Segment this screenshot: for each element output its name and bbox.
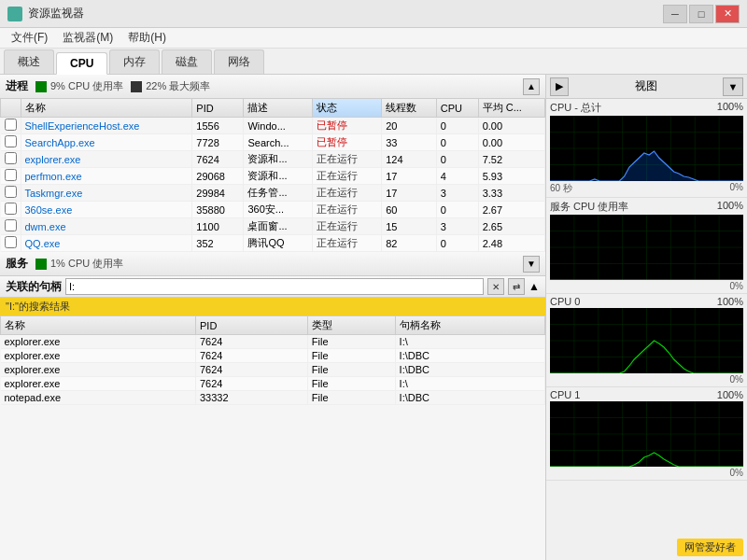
- menu-monitor[interactable]: 监视器(M): [55, 28, 120, 48]
- row-checkbox[interactable]: [1, 151, 21, 168]
- row-threads: 60: [382, 202, 437, 218]
- chart-footer-2: 0%: [550, 374, 743, 385]
- row-threads: 17: [382, 168, 437, 185]
- handle-row-name: notepad.exe: [1, 391, 196, 405]
- row-checkbox[interactable]: [1, 235, 21, 252]
- col-checkbox: [1, 99, 21, 118]
- handles-col-pid[interactable]: PID: [195, 316, 307, 335]
- handles-search-refresh[interactable]: ⇄: [508, 278, 525, 295]
- col-status[interactable]: 状态: [313, 99, 382, 118]
- services-expand-button[interactable]: ▼: [523, 256, 540, 273]
- table-row[interactable]: explorer.exe 7624 File I:\: [1, 335, 545, 349]
- row-avg: 3.33: [478, 185, 544, 202]
- row-cpu: 0: [436, 134, 478, 151]
- tab-overview[interactable]: 概述: [4, 49, 54, 74]
- cpu-usage-badge: 9% CPU 使用率: [35, 79, 123, 93]
- chart-percent-1: 100%: [717, 200, 743, 214]
- menu-file[interactable]: 文件(F): [4, 28, 55, 48]
- handle-row-handle: I:\DBC: [395, 363, 544, 377]
- chart-section: CPU - 总计 100% 60 秒 0% 服务 CPU 使用率 100%: [546, 99, 747, 560]
- handle-row-type: File: [307, 363, 395, 377]
- row-cpu: 3: [436, 218, 478, 235]
- minimize-button[interactable]: ─: [663, 5, 687, 23]
- col-avg-cpu[interactable]: 平均 C...: [478, 99, 544, 118]
- row-checkbox[interactable]: [1, 118, 21, 134]
- search-result-header: "I:"的搜索结果: [0, 298, 545, 316]
- chart-bottom-right-0: 0%: [730, 182, 743, 195]
- chart-footer-3: 0%: [550, 468, 743, 478]
- main-area: 进程 9% CPU 使用率 22% 最大频率 ▲ 名称: [0, 75, 747, 560]
- table-row[interactable]: explorer.exe 7624 File I:\DBC: [1, 363, 545, 377]
- services-section-header: 服务 1% CPU 使用率 ▼: [0, 252, 545, 276]
- window-icon: [7, 7, 22, 21]
- menu-help[interactable]: 帮助(H): [120, 28, 174, 48]
- col-desc[interactable]: 描述: [244, 99, 313, 118]
- table-row[interactable]: perfmon.exe 29068 资源和... 正在运行 17 4 5.93: [1, 168, 545, 185]
- services-cpu-text: 1% CPU 使用率: [50, 257, 123, 271]
- handles-col-name[interactable]: 名称: [1, 316, 196, 335]
- chart-bottom-left-0: 60 秒: [550, 182, 572, 195]
- chart-canvas-1: [550, 215, 743, 280]
- table-row[interactable]: explorer.exe 7624 File I:\DBC: [1, 349, 545, 363]
- handles-expand-button[interactable]: ▲: [529, 280, 540, 293]
- row-name: 360se.exe: [21, 202, 192, 218]
- row-checkbox[interactable]: [1, 218, 21, 235]
- row-pid: 1100: [192, 218, 244, 235]
- handle-row-type: File: [307, 377, 395, 391]
- handle-row-type: File: [307, 391, 395, 405]
- process-table-container[interactable]: 名称 PID 描述 状态 线程数 CPU 平均 C... ShellExperi…: [0, 99, 545, 252]
- row-checkbox[interactable]: [1, 134, 21, 151]
- row-name: QQ.exe: [21, 235, 192, 252]
- right-panel-nav-button[interactable]: ▶: [550, 77, 569, 96]
- tab-cpu[interactable]: CPU: [56, 52, 107, 75]
- table-row[interactable]: notepad.exe 33332 File I:\DBC: [1, 391, 545, 405]
- handles-search-input[interactable]: [65, 278, 484, 295]
- row-pid: 352: [192, 235, 244, 252]
- row-cpu: 0: [436, 235, 478, 252]
- close-button[interactable]: ✕: [715, 5, 740, 23]
- row-desc: 资源和...: [244, 151, 313, 168]
- row-name: SearchApp.exe: [21, 134, 192, 151]
- window-controls: ─ □ ✕: [663, 5, 740, 23]
- handles-section: 关联的句柄 ✕ ⇄ ▲ "I:"的搜索结果 名称 PID 类型 句柄名称: [0, 276, 545, 560]
- handles-title: 关联的句柄: [6, 279, 62, 295]
- row-status: 正在运行: [313, 235, 382, 252]
- table-row[interactable]: QQ.exe 352 腾讯QQ 正在运行 82 0 2.48: [1, 235, 545, 252]
- table-row[interactable]: 360se.exe 35880 360安... 正在运行 60 0 2.67: [1, 202, 545, 218]
- chart-title-0: CPU - 总计: [550, 101, 601, 115]
- tab-memory[interactable]: 内存: [109, 49, 160, 74]
- row-avg: 0.00: [478, 134, 544, 151]
- process-expand-button[interactable]: ▲: [523, 78, 540, 95]
- chart-percent-3: 100%: [717, 389, 743, 400]
- view-dropdown-button[interactable]: ▼: [723, 77, 743, 96]
- maximize-button[interactable]: □: [689, 5, 713, 23]
- handles-search-bar: 关联的句柄 ✕ ⇄ ▲: [0, 276, 545, 298]
- tab-network[interactable]: 网络: [214, 49, 264, 74]
- row-checkbox[interactable]: [1, 168, 21, 185]
- table-row[interactable]: SearchApp.exe 7728 Search... 已暂停 33 0 0.…: [1, 134, 545, 151]
- row-checkbox[interactable]: [1, 185, 21, 202]
- col-cpu[interactable]: CPU: [436, 99, 478, 118]
- row-pid: 35880: [192, 202, 244, 218]
- table-row[interactable]: explorer.exe 7624 File I:\: [1, 377, 545, 391]
- table-row[interactable]: Taskmgr.exe 29984 任务管... 正在运行 17 3 3.33: [1, 185, 545, 202]
- row-avg: 5.93: [478, 168, 544, 185]
- handles-table-container[interactable]: 名称 PID 类型 句柄名称 explorer.exe 7624 File I:…: [0, 316, 545, 560]
- handle-row-pid: 7624: [195, 377, 307, 391]
- col-threads[interactable]: 线程数: [382, 99, 437, 118]
- row-cpu: 0: [436, 202, 478, 218]
- chart-title-2: CPU 0: [550, 296, 580, 307]
- handles-search-clear[interactable]: ✕: [487, 278, 504, 295]
- handles-col-type[interactable]: 类型: [307, 316, 395, 335]
- tab-disk[interactable]: 磁盘: [162, 49, 212, 74]
- row-checkbox[interactable]: [1, 202, 21, 218]
- handle-row-name: explorer.exe: [1, 335, 196, 349]
- row-avg: 2.65: [478, 218, 544, 235]
- table-row[interactable]: dwm.exe 1100 桌面窗... 正在运行 15 3 2.65: [1, 218, 545, 235]
- handles-col-handle[interactable]: 句柄名称: [395, 316, 544, 335]
- col-pid[interactable]: PID: [192, 99, 244, 118]
- table-row[interactable]: ShellExperienceHost.exe 1556 Windo... 已暂…: [1, 118, 545, 134]
- col-name[interactable]: 名称: [21, 99, 192, 118]
- handle-row-name: explorer.exe: [1, 349, 196, 363]
- table-row[interactable]: explorer.exe 7624 资源和... 正在运行 124 0 7.52: [1, 151, 545, 168]
